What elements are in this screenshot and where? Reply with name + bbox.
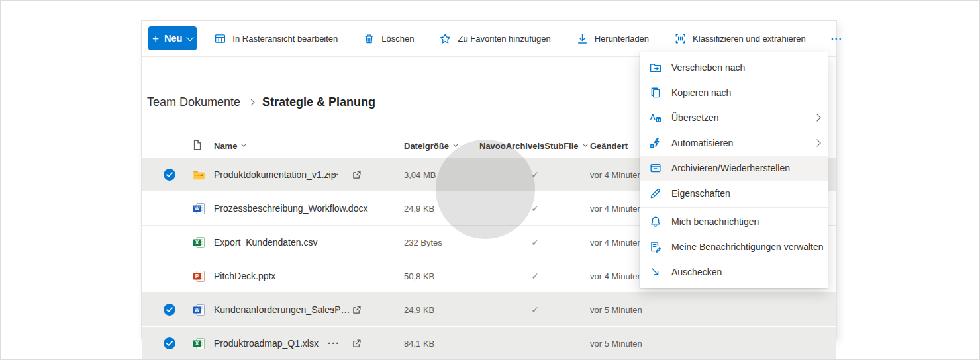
row-selected-checkbox[interactable] bbox=[163, 158, 176, 191]
file-name-link[interactable]: Prozessbeschreibung_Workflow.docx bbox=[214, 192, 368, 225]
overflow-context-menu: Verschieben nach Kopieren nach Übersetze… bbox=[640, 52, 828, 288]
bell-icon bbox=[649, 215, 662, 228]
menu-item[interactable]: Verschieben nach bbox=[640, 55, 828, 80]
share-icon[interactable] bbox=[351, 158, 364, 191]
modified-time: vor 4 Minuten bbox=[590, 259, 642, 292]
classify-icon bbox=[674, 32, 687, 45]
menu-item[interactable]: Archivieren/Wiederherstellen bbox=[640, 156, 828, 181]
xlsx-file-icon: X bbox=[191, 327, 206, 360]
download-icon bbox=[576, 32, 589, 45]
menu-item[interactable]: Übersetzen bbox=[640, 105, 828, 130]
file-size: 3,04 MB bbox=[404, 158, 436, 191]
row-more-actions-button[interactable]: ··· bbox=[328, 158, 340, 191]
file-row[interactable]: X Produktroadmap_Q1.xlsx ··· 84,1 KB vor… bbox=[142, 327, 836, 360]
sort-chevron-icon bbox=[241, 141, 246, 146]
docx-file-icon: W bbox=[191, 192, 206, 225]
chevron-down-icon bbox=[187, 34, 194, 41]
menu-item[interactable]: Kopieren nach bbox=[640, 80, 828, 105]
pptx-file-icon: P bbox=[191, 259, 206, 292]
share-icon[interactable] bbox=[351, 327, 364, 360]
menu-divider bbox=[640, 207, 828, 208]
menu-item[interactable]: Auschecken bbox=[640, 259, 828, 285]
breadcrumb: Team Dokumente Strategie & Planung bbox=[147, 95, 375, 109]
sort-chevron-icon bbox=[453, 141, 458, 146]
modified-time: vor 4 Minuten bbox=[590, 226, 642, 259]
svg-text:W: W bbox=[194, 205, 199, 212]
column-header-name[interactable]: Name bbox=[214, 133, 246, 158]
grid-icon bbox=[214, 32, 226, 45]
breadcrumb-parent-link[interactable]: Team Dokumente bbox=[147, 95, 240, 109]
manage-alerts-icon bbox=[649, 240, 662, 253]
toolbar-button[interactable]: Löschen bbox=[359, 32, 418, 46]
modified-time: vor 4 Minuten bbox=[590, 192, 642, 225]
file-name-link[interactable]: Produktdokumentation_v1.zip bbox=[214, 158, 336, 191]
command-bar-items: In Rasteransicht bearbeiten Löschen Zu F… bbox=[197, 32, 809, 46]
row-selected-checkbox[interactable] bbox=[163, 293, 176, 326]
check-out-icon bbox=[649, 265, 662, 279]
chevron-right-icon bbox=[248, 99, 255, 106]
column-header-modified[interactable]: Geändert bbox=[590, 133, 628, 158]
new-button-label: Neu bbox=[164, 33, 182, 44]
stub-checkmark-icon: ✓ bbox=[528, 259, 542, 292]
submenu-chevron-icon bbox=[813, 114, 820, 121]
document-library-window: + Neu In Rasteransicht bearbeiten Lösche… bbox=[142, 21, 836, 339]
stub-checkmark-icon: ✓ bbox=[528, 226, 542, 259]
svg-text:X: X bbox=[195, 340, 199, 347]
archive-icon bbox=[649, 161, 662, 175]
document-type-column-icon bbox=[191, 139, 203, 151]
column-header-stub[interactable]: NavooArchiveIsStubFile bbox=[479, 133, 587, 158]
toolbar-overflow-button[interactable]: ··· bbox=[827, 32, 847, 45]
csv-file-icon: X bbox=[191, 226, 206, 259]
svg-text:P: P bbox=[195, 273, 199, 279]
menu-item[interactable]: Eigenschaften bbox=[640, 181, 828, 206]
page-canvas: + Neu In Rasteransicht bearbeiten Lösche… bbox=[0, 0, 980, 360]
row-more-actions-button[interactable]: ··· bbox=[328, 327, 340, 360]
menu-item[interactable]: Automatisieren bbox=[640, 130, 828, 156]
file-name-link[interactable]: PitchDeck.pptx bbox=[214, 259, 275, 292]
row-more-actions-button[interactable]: ··· bbox=[328, 293, 340, 326]
toolbar-button[interactable]: Herunterladen bbox=[572, 32, 653, 46]
menu-item[interactable]: Mich benachrichtigen bbox=[640, 209, 828, 234]
pencil-icon bbox=[649, 187, 662, 200]
file-size: 24,9 KB bbox=[404, 293, 434, 326]
plus-icon: + bbox=[152, 33, 159, 44]
stub-checkmark-icon: ✓ bbox=[528, 192, 542, 225]
docx-file-icon: W bbox=[191, 293, 206, 326]
modified-time: vor 4 Minuten bbox=[590, 158, 642, 191]
file-size: 84,1 KB bbox=[404, 327, 434, 360]
svg-text:W: W bbox=[194, 306, 199, 313]
stub-checkmark-icon: ✓ bbox=[528, 293, 542, 326]
svg-text:X: X bbox=[195, 239, 199, 246]
breadcrumb-current: Strategie & Planung bbox=[262, 95, 375, 109]
copy-icon bbox=[649, 86, 662, 99]
trash-icon bbox=[363, 32, 375, 45]
sort-chevron-icon bbox=[582, 141, 587, 146]
toolbar-button[interactable]: Zu Favoriten hinzufügen bbox=[435, 32, 554, 46]
automate-icon bbox=[649, 136, 662, 150]
modified-time: vor 5 Minuten bbox=[590, 293, 642, 326]
translate-icon bbox=[649, 111, 662, 124]
share-icon[interactable] bbox=[351, 293, 364, 326]
file-size: 50,8 KB bbox=[404, 259, 434, 292]
toolbar-button[interactable]: Klassifizieren und extrahieren bbox=[670, 32, 810, 46]
row-selected-checkbox[interactable] bbox=[163, 327, 176, 360]
toolbar-button[interactable]: In Rasteransicht bearbeiten bbox=[210, 32, 342, 46]
zip-file-icon bbox=[191, 158, 206, 191]
file-row[interactable]: W Kundenanforderungen_SalesP… ··· 24,9 K… bbox=[142, 293, 836, 327]
star-icon bbox=[439, 32, 452, 45]
file-name-link[interactable]: Produktroadmap_Q1.xlsx bbox=[214, 327, 318, 360]
new-button[interactable]: + Neu bbox=[148, 26, 197, 50]
move-to-folder-icon bbox=[649, 61, 662, 74]
file-size: 24,9 KB bbox=[404, 192, 434, 225]
column-header-size[interactable]: Dateigröße bbox=[404, 133, 458, 158]
file-size: 232 Bytes bbox=[404, 226, 442, 259]
stub-checkmark-icon: ✓ bbox=[528, 158, 542, 191]
file-name-link[interactable]: Export_Kundendaten.csv bbox=[214, 226, 317, 259]
menu-item[interactable]: Meine Benachrichtigungen verwalten bbox=[640, 234, 828, 259]
submenu-chevron-icon bbox=[813, 139, 820, 146]
modified-time: vor 5 Minuten bbox=[590, 327, 642, 360]
